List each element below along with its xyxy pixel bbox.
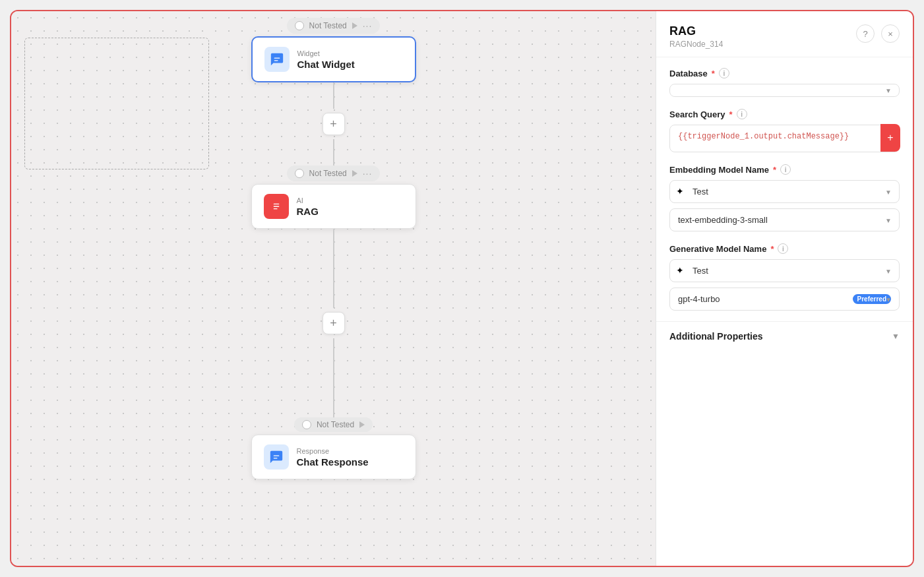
response-node-text: Response Chat Response (297, 447, 369, 468)
rag-node-text: AI RAG (297, 197, 319, 217)
response-node-header: Not Tested (294, 417, 373, 432)
connector-line-6 (333, 338, 334, 365)
widget-status-label: Not Tested (309, 21, 347, 30)
generative-model-select[interactable]: gpt-4-turbo Preferred (669, 288, 900, 311)
database-select[interactable] (669, 84, 900, 97)
panel-title: RAG (669, 24, 723, 38)
search-query-input[interactable]: {{triggerNode_1.output.chatMessage}} (669, 125, 900, 152)
search-query-field-label: Search Query * i (669, 109, 900, 119)
generative-model-select-wrapper: gpt-4-turbo Preferred ▼ (669, 288, 900, 311)
search-query-field-group: Search Query * i {{triggerNode_1.output.… (669, 109, 900, 152)
widget-svg-icon (270, 52, 284, 67)
database-label-text: Database (669, 69, 708, 78)
flow-container: Not Tested ··· Widget Chat Widget (11, 11, 656, 566)
embedding-required: * (773, 165, 776, 175)
add-node-button-2[interactable]: + (323, 312, 345, 334)
generative-required: * (770, 244, 774, 254)
connector-line-2 (333, 139, 334, 166)
rag-node-wrapper: Not Tested ··· AI RAG (251, 166, 416, 229)
generative-model-value: gpt-4-turbo (678, 294, 720, 304)
rag-svg-icon (269, 199, 284, 214)
rag-more-icon[interactable]: ··· (363, 168, 373, 179)
response-icon-box (264, 444, 289, 470)
widget-node-card[interactable]: Widget Chat Widget (251, 36, 416, 82)
generative-provider-value: Test (693, 266, 708, 276)
response-node-card[interactable]: Response Chat Response (251, 435, 416, 479)
panel-header-actions: ? × (856, 24, 900, 43)
generative-provider-select[interactable]: Test (669, 259, 900, 282)
add-node-button-1[interactable]: + (323, 113, 345, 135)
main-container: Not Tested ··· Widget Chat Widget (10, 10, 914, 567)
rag-status-label: Not Tested (309, 169, 347, 178)
generative-provider-select-wrapper: ✦ Test ▼ (669, 259, 900, 282)
help-button[interactable]: ? (856, 24, 875, 43)
generative-model-field-group: Generative Model Name * i ✦ Test ▼ gpt-4… (669, 243, 900, 311)
database-field-label: Database * i (669, 68, 900, 78)
widget-node-header: Not Tested ··· (287, 18, 381, 34)
response-status-label: Not Tested (317, 420, 354, 429)
embedding-model-select-wrapper: text-embedding-3-small ▼ (669, 208, 900, 231)
rag-play-icon[interactable] (352, 170, 357, 177)
rag-type-label: AI (297, 197, 319, 204)
canvas-area: Not Tested ··· Widget Chat Widget (11, 11, 656, 566)
rag-node-card[interactable]: AI RAG (251, 184, 416, 229)
database-required: * (712, 69, 715, 78)
widget-icon-box (264, 47, 290, 72)
embedding-provider-select-wrapper: ✦ Test ▼ (669, 180, 900, 203)
embedding-model-label-text: Embedding Model Name (669, 165, 769, 175)
widget-node-text: Widget Chat Widget (297, 49, 355, 70)
rag-icon-box (264, 194, 289, 219)
connector-line-3 (333, 229, 334, 255)
database-info-icon[interactable]: i (719, 68, 729, 78)
connector-line-1 (333, 82, 334, 109)
widget-name-label: Chat Widget (297, 59, 355, 70)
search-query-label-text: Search Query (669, 109, 725, 119)
widget-type-label: Widget (297, 49, 355, 57)
not-tested-circle-icon (295, 21, 304, 30)
close-icon: × (888, 29, 893, 39)
additional-properties-chevron: ▼ (892, 332, 900, 341)
preferred-badge: Preferred (853, 294, 891, 304)
generative-model-label-text: Generative Model Name (669, 244, 766, 254)
rag-node-header: Not Tested ··· (287, 166, 381, 181)
generative-info-icon[interactable]: i (778, 243, 788, 254)
search-query-plus-button[interactable]: + (880, 124, 900, 152)
panel-subtitle: RAGNode_314 (669, 40, 723, 49)
response-type-label: Response (297, 447, 369, 455)
rag-not-tested-icon (295, 169, 304, 178)
response-play-icon[interactable] (359, 421, 365, 428)
right-panel: RAG RAGNode_314 ? × Database * i (656, 11, 913, 566)
embedding-provider-select[interactable]: Test (669, 180, 900, 203)
generative-openai-icon: ✦ (676, 265, 688, 277)
generative-model-label: Generative Model Name * i (669, 243, 900, 254)
connector-line-8 (333, 391, 334, 417)
response-node-wrapper: Not Tested Response Chat Response (251, 417, 416, 479)
panel-header: RAG RAGNode_314 ? × (656, 11, 913, 57)
embedding-model-select[interactable]: text-embedding-3-small (669, 208, 900, 231)
generative-provider-chevron: ▼ (885, 267, 892, 274)
panel-title-group: RAG RAGNode_314 (669, 24, 723, 49)
embedding-provider-value: Test (693, 187, 708, 197)
embedding-model-label: Embedding Model Name * i (669, 164, 900, 175)
response-name-label: Chat Response (297, 456, 369, 468)
more-options-icon[interactable]: ··· (363, 20, 373, 31)
play-icon[interactable] (352, 22, 357, 29)
additional-properties-row[interactable]: Additional Properties ▼ (656, 321, 913, 351)
search-query-value: {{triggerNode_1.output.chatMessage}} (678, 132, 849, 141)
database-select-wrapper: ▼ (669, 84, 900, 97)
connector-line-7 (333, 365, 334, 391)
rag-name-label: RAG (297, 206, 319, 217)
help-icon: ? (863, 29, 867, 39)
search-query-wrapper: {{triggerNode_1.output.chatMessage}} + (669, 125, 900, 152)
close-button[interactable]: × (881, 24, 900, 43)
additional-properties-label: Additional Properties (669, 331, 763, 342)
embedding-openai-icon: ✦ (676, 186, 688, 198)
embedding-info-icon[interactable]: i (780, 164, 791, 175)
search-query-info-icon[interactable]: i (737, 109, 747, 119)
panel-body: Database * i ▼ Search Query * i (656, 57, 913, 321)
response-svg-icon (269, 450, 284, 464)
search-query-required: * (729, 109, 733, 119)
connector-line-4 (333, 255, 334, 282)
embedding-model-field-group: Embedding Model Name * i ✦ Test ▼ text-e… (669, 164, 900, 231)
embedding-provider-chevron: ▼ (885, 188, 892, 195)
